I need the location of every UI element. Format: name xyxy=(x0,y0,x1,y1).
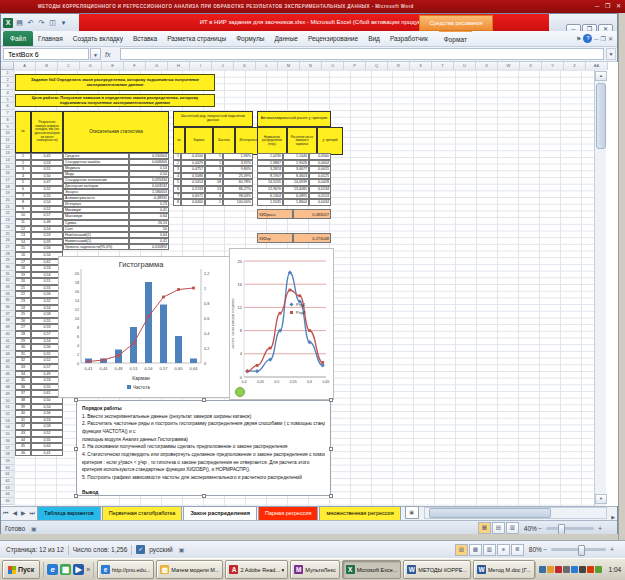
stat-label[interactable]: Уровень надежности(95,0%) xyxy=(63,244,129,250)
distribution-line-chart[interactable]: 0481216200,40,450,50,550,60,65Ряд1Ряд2ча… xyxy=(229,248,334,400)
row-header-cell[interactable]: 54 xyxy=(1,424,14,431)
freq-cell[interactable]: 86,27% xyxy=(223,186,253,193)
measure-num[interactable]: 15 xyxy=(15,245,31,252)
measure-value[interactable]: 0,54 xyxy=(31,226,63,233)
column-header-cell[interactable]: W xyxy=(498,62,520,70)
row-header-cell[interactable]: 17 xyxy=(1,177,14,184)
word-zoom-slider-thumb[interactable] xyxy=(578,545,585,556)
measure-num[interactable]: 9 xyxy=(15,206,31,213)
freq-cell[interactable]: 8 xyxy=(173,199,181,206)
measure-value[interactable]: 0,55 xyxy=(31,193,63,200)
word-zoom-in-icon[interactable]: + xyxy=(609,546,615,553)
freq-cell[interactable]: 0,5086 xyxy=(181,173,205,180)
horizontal-scroll-thumb[interactable] xyxy=(429,508,551,518)
quicklaunch-overflow-icon[interactable]: » xyxy=(86,566,90,573)
column-header-cell[interactable]: M xyxy=(278,62,300,70)
row-header-cell[interactable]: 57 xyxy=(1,445,14,452)
row-header-cell[interactable]: 5 xyxy=(1,97,14,104)
column-header-cell[interactable]: P xyxy=(344,62,366,70)
freq-cell[interactable]: 0,0034 xyxy=(309,199,331,206)
row-header-cell[interactable]: 2 xyxy=(1,77,14,84)
flag-icon[interactable]: ⚑ xyxy=(576,35,581,42)
measure-num[interactable]: 29 xyxy=(15,338,31,345)
sheet-tab-множественная-регрессия[interactable]: множественная регрессия xyxy=(319,506,400,520)
measure-num[interactable]: 20 xyxy=(15,278,31,285)
row-header-cell[interactable]: 36 xyxy=(1,304,14,311)
measure-num[interactable]: 8 xyxy=(15,199,31,206)
row-header-cell[interactable]: 10 xyxy=(1,130,14,137)
ie-quicklaunch-icon[interactable]: e xyxy=(47,564,58,575)
row-header-cell[interactable]: 23 xyxy=(1,217,14,224)
freq-cell[interactable]: 6 xyxy=(205,193,223,200)
row-header-cell[interactable]: 64 xyxy=(1,491,14,498)
page-layout-view-icon[interactable]: ▤ xyxy=(492,522,505,534)
measure-value[interactable]: 0,54 xyxy=(31,199,63,206)
measure-value[interactable]: 0,41 xyxy=(31,450,63,457)
chi-result-label[interactable]: ХИ2расч xyxy=(257,209,293,219)
row-header-cell[interactable]: 35 xyxy=(1,297,14,304)
measure-value[interactable]: 0,42 xyxy=(31,153,63,160)
ribbon-tab[interactable]: Рецензирование xyxy=(303,31,363,46)
selection-handle[interactable] xyxy=(202,494,206,498)
freq-cell[interactable]: 18 xyxy=(205,179,223,186)
row-header-cell[interactable]: 40 xyxy=(1,331,14,338)
stats-table[interactable]: Среднее0,530604Стандартная ошибка0,00840… xyxy=(63,153,169,250)
task-button[interactable]: XMicrosoft Exce... xyxy=(342,560,402,579)
column-header-cell[interactable]: Z xyxy=(564,62,586,70)
chi-subheader[interactable]: Нормальное распределение (теор.) xyxy=(257,127,287,155)
row-header-cell[interactable]: 61 xyxy=(1,471,14,478)
macro-record-icon[interactable]: ▣ xyxy=(31,525,37,532)
measure-value[interactable]: 0,57 xyxy=(31,212,63,219)
tray-icon[interactable] xyxy=(555,566,562,573)
row-header-cell[interactable]: 60 xyxy=(1,465,14,472)
workbook-restore-icon[interactable]: ❐ xyxy=(601,35,606,42)
freq-cell[interactable]: 12,9670 xyxy=(257,186,283,193)
header-stats[interactable]: Описательная статистика xyxy=(63,111,169,153)
measure-num[interactable]: 6 xyxy=(15,186,31,193)
start-button[interactable]: Пуск xyxy=(2,560,40,579)
selection-handle[interactable] xyxy=(74,494,78,498)
row-header-cell[interactable]: 39 xyxy=(1,324,14,331)
freq-cell[interactable]: 0,4757 xyxy=(181,166,205,173)
zoom-level[interactable]: 40% xyxy=(524,525,537,532)
tray-icon[interactable] xyxy=(563,566,570,573)
freq-cell[interactable]: 25,49% xyxy=(223,173,253,180)
column-header-cell[interactable]: X xyxy=(520,62,542,70)
freq-cell[interactable]: 1,9026 xyxy=(283,160,309,167)
word-web-layout-icon[interactable]: ▥ xyxy=(483,544,496,556)
measure-value[interactable]: 0,55 xyxy=(31,437,63,444)
freq-cell[interactable]: 0,0015 xyxy=(309,166,331,173)
freq-cell[interactable]: 3 xyxy=(173,166,181,173)
name-box[interactable]: TextBox 6 xyxy=(3,48,89,60)
next-sheet-icon[interactable]: ▶ xyxy=(19,507,28,520)
column-header-cell[interactable]: T xyxy=(432,62,454,70)
freq-cell[interactable]: 2 xyxy=(173,160,181,167)
word-fullscreen-icon[interactable]: ▦ xyxy=(469,544,482,556)
column-header-cell[interactable]: O xyxy=(322,62,344,70)
column-header-cell[interactable]: E xyxy=(102,62,124,70)
row-header-cell[interactable]: 3 xyxy=(1,83,14,90)
media-player-icon[interactable]: ▶ xyxy=(73,564,84,575)
row-header-cell[interactable]: 43 xyxy=(1,351,14,358)
tray-icon[interactable] xyxy=(587,566,594,573)
measure-value[interactable]: 0,52 xyxy=(31,206,63,213)
insert-worksheet-icon[interactable]: ▣ xyxy=(405,506,419,519)
ribbon-tab[interactable]: Формулы xyxy=(231,31,269,46)
row-header-cell[interactable]: 56 xyxy=(1,438,14,445)
word-page-status[interactable]: Страница: 12 из 12 xyxy=(6,546,64,553)
freq-cell[interactable]: 0,0560 xyxy=(309,153,331,160)
header-freq-title[interactable]: Частотный ряд, полученный подсчетом данн… xyxy=(173,111,253,127)
procedure-textbox[interactable]: Порядок работы1. Ввести экспериментальны… xyxy=(76,400,331,496)
measure-value[interactable]: 0,53 xyxy=(31,417,63,424)
task-button[interactable]: ММультиЛекс xyxy=(290,560,339,579)
last-sheet-icon[interactable]: ⏭ xyxy=(28,507,37,520)
freq-cell[interactable]: 1,0230 xyxy=(257,153,283,160)
measure-num[interactable]: 12 xyxy=(15,226,31,233)
freq-cell[interactable]: 7 xyxy=(173,193,181,200)
prev-sheet-icon[interactable]: ◀ xyxy=(10,507,19,520)
word-zoom-level[interactable]: 80% xyxy=(529,546,542,553)
row-header-cell[interactable]: 49 xyxy=(1,391,14,398)
row-header-cell[interactable]: 22 xyxy=(1,210,14,217)
measure-num[interactable]: 25 xyxy=(15,311,31,318)
histogram-chart[interactable]: Гистограмма0246810121416182000,20,40,60,… xyxy=(58,256,233,398)
